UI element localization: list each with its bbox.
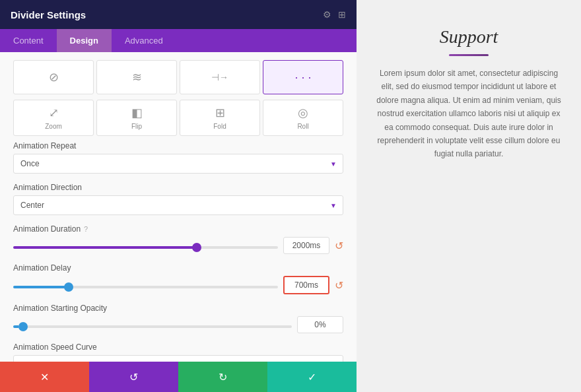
animation-direction-select[interactable]: Center Left Right Top Bottom (13, 195, 343, 215)
roll-label: Roll (297, 123, 308, 130)
preview-title: Support (376, 26, 561, 48)
duration-help-icon[interactable]: ? (84, 225, 88, 233)
animation-speed-select[interactable]: Ease-In-Out Ease-In Ease-Out Linear (13, 355, 343, 362)
preview-content-block: Support Lorem ipsum dolor sit amet, cons… (376, 26, 561, 161)
animation-duration-reset-icon[interactable]: ↺ (335, 240, 343, 252)
animation-duration-slider-container (13, 240, 278, 251)
slide-icon: ⊣→ (211, 72, 228, 82)
zoom-icon: ⤢ (49, 106, 59, 120)
anim-roll[interactable]: ◎ Roll (263, 100, 343, 136)
animation-speed-wrapper: Ease-In-Out Ease-In Ease-Out Linear ▼ (13, 355, 343, 362)
animation-repeat-wrapper: Once Loop None ▼ (13, 154, 343, 174)
animation-opacity-section: Animation Starting Opacity (13, 304, 343, 333)
cancel-button[interactable]: ✕ (0, 362, 89, 392)
animation-repeat-select[interactable]: Once Loop None (13, 154, 343, 174)
anim-fade[interactable]: ≋ (96, 60, 177, 94)
animation-delay-slider-container (13, 279, 278, 291)
bottom-bar: ✕ ↺ ↻ ✓ (0, 362, 357, 392)
animation-duration-section: Animation Duration ? ↺ (13, 224, 343, 254)
settings-panel: Divider Settings ⚙ ⊞ Content Design Adva… (0, 0, 357, 392)
preview-divider (449, 54, 489, 56)
anim-none[interactable]: ⊘ (13, 60, 94, 94)
animation-duration-slider[interactable] (13, 246, 278, 249)
animation-direction-section: Animation Direction Center Left Right To… (13, 183, 343, 215)
anim-slide[interactable]: ⊣→ (180, 60, 260, 94)
panel-content: ⊘ ≋ ⊣→ · · · ⤢ Zoom ◧ Flip ⊞ Fold (0, 52, 357, 362)
preview-body-text: Lorem ipsum dolor sit amet, consectetur … (376, 67, 561, 161)
none-icon: ⊘ (49, 70, 59, 84)
redo-icon: ↻ (219, 371, 227, 383)
animation-speed-section: Animation Speed Curve Ease-In-Out Ease-I… (13, 343, 343, 362)
tabs-bar: Content Design Advanced (0, 29, 357, 52)
zoom-label: Zoom (45, 123, 62, 130)
animation-delay-row: ↺ (13, 276, 343, 294)
animation-style-row1: ⊘ ≋ ⊣→ · · · (13, 60, 343, 94)
bounce-icon: · · · (294, 71, 311, 84)
undo-icon: ↺ (129, 371, 138, 383)
anim-fold[interactable]: ⊞ Fold (180, 100, 260, 136)
animation-opacity-slider-container (13, 319, 292, 331)
header-icons: ⚙ ⊞ (323, 9, 346, 20)
fade-icon: ≋ (132, 70, 142, 84)
animation-duration-label: Animation Duration ? (13, 224, 343, 234)
panel-title: Divider Settings (11, 9, 86, 20)
animation-delay-input[interactable] (283, 276, 329, 294)
cancel-icon: ✕ (40, 371, 49, 383)
save-button[interactable]: ✓ (267, 362, 357, 392)
tab-advanced[interactable]: Advanced (112, 29, 176, 52)
roll-icon: ◎ (298, 106, 308, 120)
animation-style-row2: ⤢ Zoom ◧ Flip ⊞ Fold ◎ Roll (13, 100, 343, 136)
undo-button[interactable]: ↺ (89, 362, 178, 392)
redo-button[interactable]: ↻ (178, 362, 267, 392)
save-icon: ✓ (308, 371, 316, 383)
animation-duration-row: ↺ (13, 237, 343, 254)
animation-delay-reset-icon[interactable]: ↺ (335, 279, 343, 292)
animation-opacity-slider[interactable] (13, 325, 292, 328)
animation-delay-section: Animation Delay ↺ (13, 263, 343, 294)
columns-icon[interactable]: ⊞ (338, 9, 346, 20)
flip-label: Flip (131, 123, 142, 130)
panel-header: Divider Settings ⚙ ⊞ (0, 0, 357, 29)
flip-icon: ◧ (131, 106, 143, 120)
tab-design[interactable]: Design (57, 29, 112, 52)
animation-speed-label: Animation Speed Curve (13, 343, 343, 352)
animation-direction-wrapper: Center Left Right Top Bottom ▼ (13, 195, 343, 215)
fold-label: Fold (213, 123, 226, 130)
animation-repeat-label: Animation Repeat (13, 141, 343, 150)
animation-delay-label: Animation Delay (13, 263, 343, 273)
settings-icon[interactable]: ⚙ (323, 9, 331, 20)
animation-direction-label: Animation Direction (13, 183, 343, 192)
tab-content[interactable]: Content (0, 29, 57, 52)
animation-duration-input[interactable] (283, 237, 329, 254)
animation-opacity-label: Animation Starting Opacity (13, 304, 343, 313)
anim-zoom[interactable]: ⤢ Zoom (13, 100, 94, 136)
preview-panel: Support Lorem ipsum dolor sit amet, cons… (357, 0, 581, 392)
animation-repeat-section: Animation Repeat Once Loop None ▼ (13, 141, 343, 174)
animation-delay-slider[interactable] (13, 286, 278, 288)
fold-icon: ⊞ (215, 106, 225, 120)
animation-opacity-input[interactable] (297, 316, 343, 333)
anim-flip[interactable]: ◧ Flip (96, 100, 177, 136)
animation-opacity-row (13, 316, 343, 333)
anim-bounce[interactable]: · · · (263, 60, 343, 94)
